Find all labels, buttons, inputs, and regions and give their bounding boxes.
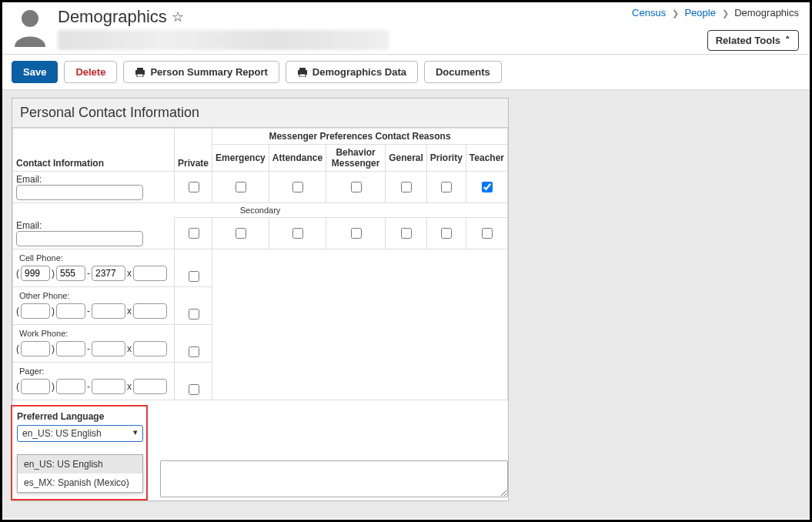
- toolbar: Save Delete Person Summary Report Demogr…: [2, 55, 810, 90]
- printer-icon: [135, 68, 145, 77]
- col-contact-info: Contact Information: [13, 129, 175, 172]
- pager-area-input[interactable]: [21, 379, 50, 394]
- other-line-input[interactable]: [92, 303, 125, 319]
- col-priority: Priority: [426, 145, 466, 172]
- preferred-language-select[interactable]: en_US: US English: [17, 425, 143, 442]
- panel-title: Personal Contact Information: [12, 99, 508, 128]
- delete-button[interactable]: Delete: [64, 61, 117, 83]
- lang-option-en-us[interactable]: en_US: US English: [18, 455, 142, 473]
- other-ext-input[interactable]: [133, 303, 167, 319]
- secondary-label: Secondary: [13, 203, 508, 218]
- contact-table: Contact Information Private Messenger Pr…: [12, 128, 508, 400]
- cell-private-checkbox[interactable]: [189, 271, 199, 282]
- work-line-input[interactable]: [92, 341, 125, 356]
- person-summary-label: Person Summary Report: [150, 66, 267, 78]
- svg-rect-5: [299, 68, 306, 70]
- svg-rect-6: [299, 74, 306, 77]
- secondary-email-input[interactable]: [16, 231, 143, 246]
- row-cell-phone: Cell Phone: () - x: [13, 249, 508, 286]
- page-header: Demographics ☆ Census ❯ People ❯ Demogra…: [2, 2, 810, 55]
- preferred-language-value: en_US: US English: [22, 428, 102, 439]
- svg-point-0: [22, 10, 38, 27]
- work-private-checkbox[interactable]: [189, 346, 199, 357]
- svg-rect-2: [137, 68, 143, 70]
- email2-general-checkbox[interactable]: [401, 228, 412, 239]
- preferred-language-highlight: Preferred Language en_US: US English en_…: [11, 405, 148, 500]
- breadcrumb-people[interactable]: People: [684, 7, 715, 18]
- pager-label: Pager:: [16, 365, 171, 376]
- related-tools-label: Related Tools: [716, 35, 780, 46]
- work-phone-label: Work Phone:: [16, 327, 171, 338]
- email2-private-checkbox[interactable]: [189, 228, 199, 239]
- other-private-checkbox[interactable]: [189, 309, 199, 320]
- col-attendance: Attendance: [269, 145, 326, 172]
- favorite-star-icon[interactable]: ☆: [172, 8, 184, 25]
- row-email: Email:: [13, 172, 508, 203]
- lang-option-es-mx[interactable]: es_MX: Spanish (Mexico): [18, 473, 142, 492]
- email-attendance-checkbox[interactable]: [292, 182, 303, 192]
- person-summary-report-button[interactable]: Person Summary Report: [123, 61, 279, 83]
- email-input[interactable]: [16, 185, 143, 200]
- email-label: Email:: [16, 174, 42, 185]
- chevron-right-icon: ❯: [672, 8, 679, 18]
- printer-icon: [297, 68, 308, 77]
- related-tools-button[interactable]: Related Tools ˄: [707, 30, 799, 51]
- col-behavior: Behavior Messenger: [326, 145, 386, 172]
- chevron-up-icon: ˄: [785, 35, 790, 46]
- cell-phone-label: Cell Phone:: [16, 252, 171, 263]
- email-teacher-checkbox[interactable]: [482, 182, 493, 192]
- email-general-checkbox[interactable]: [401, 182, 412, 192]
- content-area: Personal Contact Information Contact Inf…: [2, 90, 810, 518]
- email-priority-checkbox[interactable]: [441, 182, 452, 192]
- col-general: General: [386, 145, 427, 172]
- email-private-checkbox[interactable]: [189, 182, 199, 192]
- comments-textarea[interactable]: [160, 460, 508, 497]
- documents-button[interactable]: Documents: [424, 61, 502, 83]
- contact-panel: Personal Contact Information Contact Inf…: [12, 98, 509, 501]
- email-behavior-checkbox[interactable]: [351, 182, 362, 192]
- demographics-data-label: Demographics Data: [312, 66, 406, 78]
- work-ext-input[interactable]: [133, 341, 167, 356]
- preferred-language-dropdown: en_US: US English es_MX: Spanish (Mexico…: [17, 454, 143, 493]
- pager-ext-input[interactable]: [133, 379, 167, 394]
- email2-attendance-checkbox[interactable]: [292, 228, 303, 239]
- avatar: [10, 7, 50, 47]
- svg-rect-3: [137, 74, 143, 77]
- cell-area-input[interactable]: [21, 266, 50, 281]
- col-group-header: Messenger Preferences Contact Reasons: [212, 129, 508, 145]
- pager-private-checkbox[interactable]: [189, 384, 199, 395]
- pager-prefix-input[interactable]: [56, 379, 85, 394]
- breadcrumb: Census ❯ People ❯ Demographics: [632, 7, 799, 18]
- other-area-input[interactable]: [21, 303, 50, 319]
- cell-line-input[interactable]: [92, 266, 125, 281]
- email2-behavior-checkbox[interactable]: [351, 228, 362, 239]
- row-secondary-email: Email:: [13, 218, 508, 249]
- cell-ext-input[interactable]: [133, 266, 167, 281]
- pager-line-input[interactable]: [92, 379, 125, 394]
- work-prefix-input[interactable]: [56, 341, 85, 356]
- col-private: Private: [175, 129, 212, 172]
- email2-teacher-checkbox[interactable]: [482, 228, 493, 239]
- person-name-redacted: [58, 30, 389, 50]
- demographics-data-button[interactable]: Demographics Data: [286, 61, 418, 83]
- email2-emergency-checkbox[interactable]: [236, 228, 246, 239]
- col-emergency: Emergency: [212, 145, 269, 172]
- email-emergency-checkbox[interactable]: [236, 182, 246, 192]
- chevron-right-icon: ❯: [722, 8, 729, 18]
- other-prefix-input[interactable]: [56, 303, 85, 319]
- breadcrumb-census[interactable]: Census: [632, 7, 666, 18]
- email2-label: Email:: [16, 220, 42, 231]
- work-area-input[interactable]: [21, 341, 50, 356]
- email2-priority-checkbox[interactable]: [441, 228, 452, 239]
- preferred-language-label: Preferred Language: [17, 411, 142, 422]
- other-phone-label: Other Phone:: [16, 289, 171, 300]
- cell-prefix-input[interactable]: [56, 266, 85, 281]
- save-button[interactable]: Save: [12, 61, 58, 83]
- col-teacher: Teacher: [466, 145, 507, 172]
- page-title: Demographics: [58, 7, 167, 27]
- breadcrumb-current: Demographics: [734, 7, 799, 18]
